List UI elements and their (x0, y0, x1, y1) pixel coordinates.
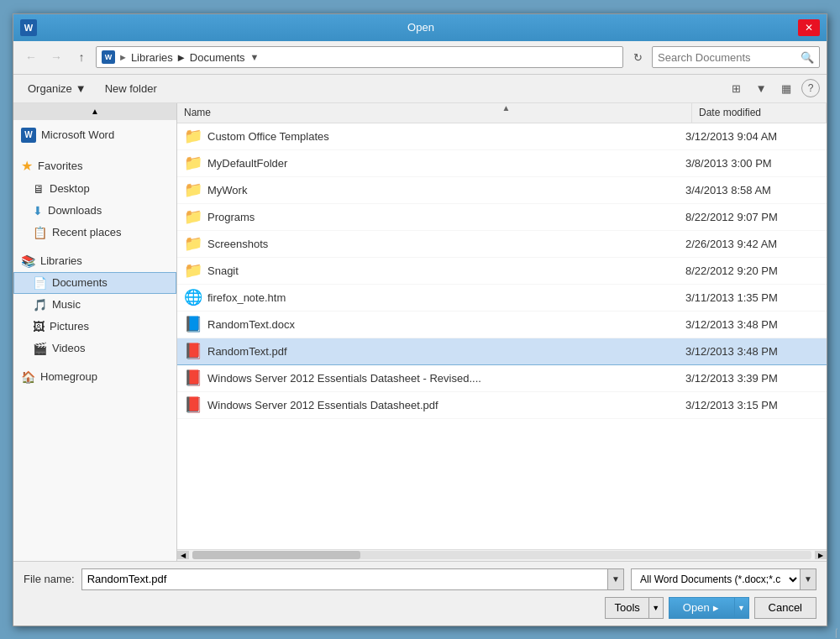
pdf-icon: 📕 (184, 395, 202, 414)
file-date-cell: 3/12/2013 3:48 PM (685, 345, 820, 358)
file-list: ▲ Name Date modified 📁 Custom Office Tem… (177, 103, 827, 561)
h-scroll-thumb[interactable] (192, 551, 360, 559)
pdf-icon: 📕 (184, 342, 202, 360)
sidebar-scroll-up[interactable]: ▲ (13, 103, 176, 120)
sidebar-section-favorites: ★ Favorites 🖥 Desktop ⬇ Downloads 📋 Rece… (13, 150, 176, 247)
close-button[interactable]: ✕ (798, 19, 820, 36)
filetype-select[interactable]: All Word Documents (*.docx;*.c (631, 568, 800, 590)
sidebar-section-word: W Microsoft Word (13, 120, 176, 150)
back-button[interactable]: ← (20, 46, 42, 68)
table-row[interactable]: 📕 Windows Server 2012 Essentials Datashe… (177, 365, 827, 392)
address-dropdown-btn[interactable]: ▼ (249, 52, 261, 62)
file-date-cell: 2/26/2013 9:42 AM (685, 238, 820, 250)
word-icon: W (20, 19, 37, 36)
filetype-combo: All Word Documents (*.docx;*.c ▼ (631, 568, 816, 590)
sidebar-label-word: Microsoft Word (41, 128, 114, 141)
table-row[interactable]: 📁 Snagit 8/22/2012 9:20 PM (177, 258, 827, 285)
sidebar-item-desktop[interactable]: 🖥 Desktop (13, 178, 176, 200)
col-header-date[interactable]: Date modified (692, 103, 827, 123)
file-name-cell: Programs (207, 211, 680, 223)
word-sidebar-icon: W (21, 128, 36, 143)
address-bar[interactable]: W ► Libraries ► Documents ▼ (96, 46, 623, 68)
open-dropdown-arrow[interactable]: ▼ (734, 597, 749, 619)
h-scroll-track[interactable] (192, 551, 811, 559)
main-content: ▲ W Microsoft Word ★ Favorites 🖥 Desktop (13, 103, 827, 561)
view-dropdown-button[interactable]: ▼ (749, 77, 773, 99)
word-icon: 📘 (184, 315, 202, 333)
table-row[interactable]: 📕 Windows Server 2012 Essentials Datashe… (177, 392, 827, 419)
open-label: Open (683, 601, 710, 614)
footer: File name: ▼ All Word Documents (*.docx;… (13, 561, 827, 626)
h-scroll-left[interactable]: ◀ (177, 551, 189, 559)
table-row[interactable]: 📕 RandomText.pdf 3/12/2013 3:48 PM (177, 338, 827, 365)
table-row[interactable]: 📘 RandomText.docx 3/12/2013 3:48 PM (177, 312, 827, 338)
search-input[interactable] (658, 51, 797, 64)
view-grid-button[interactable]: ⊞ (724, 77, 748, 99)
table-row[interactable]: 📁 Screenshots 2/26/2013 9:42 AM (177, 231, 827, 258)
open-main-button[interactable]: Open ► (669, 597, 734, 619)
table-row[interactable]: 📁 Programs 8/22/2012 9:07 PM (177, 204, 827, 231)
h-scroll-right[interactable]: ▶ (815, 551, 827, 559)
file-date-cell: 3/11/2013 1:35 PM (685, 291, 820, 304)
file-name-cell: MyDefaultFolder (207, 157, 680, 170)
horizontal-scrollbar[interactable]: ◀ ▶ (177, 549, 827, 561)
sidebar-label-documents: Documents (52, 276, 108, 289)
table-row[interactable]: 📁 MyDefaultFolder 3/8/2013 3:00 PM (177, 150, 827, 177)
downloads-icon: ⬇ (33, 204, 43, 217)
table-row[interactable]: 🌐 firefox_note.htm 3/11/2013 1:35 PM (177, 285, 827, 312)
organize-button[interactable]: Organize ▼ (20, 77, 94, 99)
sidebar-item-downloads[interactable]: ⬇ Downloads (13, 200, 176, 222)
open-dialog: W Open ✕ ← → ↑ W ► Libraries ► Documents… (13, 13, 827, 626)
tools-main-button[interactable]: Tools (605, 597, 648, 619)
address-word-icon: W (102, 50, 115, 64)
open-button-group: Open ► ▼ (669, 597, 749, 619)
resize-grip[interactable]: ⌠ (833, 628, 838, 637)
help-button[interactable]: ? (801, 79, 820, 97)
sidebar-item-documents[interactable]: 📄 Documents (13, 272, 176, 294)
filetype-dropdown-arrow[interactable]: ▼ (800, 568, 816, 590)
file-date-cell: 8/22/2012 9:20 PM (685, 265, 820, 277)
sidebar-label-homegroup: Homegroup (40, 370, 97, 383)
sidebar-item-microsoft-word[interactable]: W Microsoft Word (13, 123, 176, 147)
homegroup-icon: 🏠 (21, 370, 35, 384)
footer-row1: File name: ▼ All Word Documents (*.docx;… (24, 568, 816, 590)
file-date-cell: 3/4/2013 8:58 AM (685, 184, 820, 196)
folder-icon: 📁 (184, 127, 202, 145)
filename-input[interactable] (81, 568, 607, 590)
up-button[interactable]: ↑ (71, 46, 92, 68)
pictures-icon: 🖼 (33, 320, 45, 333)
sidebar-label-videos: Videos (52, 342, 86, 354)
forward-button[interactable]: → (45, 46, 67, 68)
sidebar-item-videos[interactable]: 🎬 Videos (13, 338, 176, 359)
table-row[interactable]: 📁 MyWork 3/4/2013 8:58 AM (177, 177, 827, 204)
organize-arrow: ▼ (76, 82, 87, 95)
file-date-cell: 3/8/2013 3:00 PM (685, 157, 820, 170)
tools-dropdown-arrow[interactable]: ▼ (648, 597, 664, 619)
file-date-cell: 3/12/2013 9:04 AM (685, 130, 820, 143)
footer-row2: Tools ▼ Open ► ▼ Cancel (24, 597, 816, 619)
sidebar-label-libraries: Libraries (40, 254, 82, 267)
sidebar-item-favorites[interactable]: ★ Favorites (13, 154, 176, 178)
sidebar-item-pictures[interactable]: 🖼 Pictures (13, 316, 176, 338)
sidebar-item-homegroup[interactable]: 🏠 Homegroup (13, 366, 176, 388)
filename-dropdown-arrow[interactable]: ▼ (607, 568, 624, 590)
search-icon: 🔍 (801, 51, 814, 64)
pdf-icon: 📕 (184, 369, 202, 387)
sidebar-item-music[interactable]: 🎵 Music (13, 294, 176, 316)
search-box: 🔍 (652, 46, 820, 68)
music-icon: 🎵 (33, 298, 47, 312)
sort-arrow-up: ▲ (502, 103, 511, 113)
sidebar-item-recent-places[interactable]: 📋 Recent places (13, 222, 176, 244)
new-folder-button[interactable]: New folder (97, 77, 165, 99)
address-breadcrumb: Libraries ► Documents (131, 51, 245, 64)
folder-icon: 📁 (184, 181, 202, 199)
file-name-cell: RandomText.docx (207, 318, 680, 331)
folder-icon: 📁 (184, 261, 202, 280)
col-header-name[interactable]: Name (177, 103, 692, 123)
cancel-button[interactable]: Cancel (754, 597, 816, 619)
file-name-cell: Snagit (207, 265, 680, 277)
refresh-button[interactable]: ↻ (627, 46, 648, 68)
view-list-button[interactable]: ▦ (774, 77, 798, 99)
table-row[interactable]: 📁 Custom Office Templates 3/12/2013 9:04… (177, 123, 827, 150)
sidebar-item-libraries[interactable]: 📚 Libraries (13, 250, 176, 272)
